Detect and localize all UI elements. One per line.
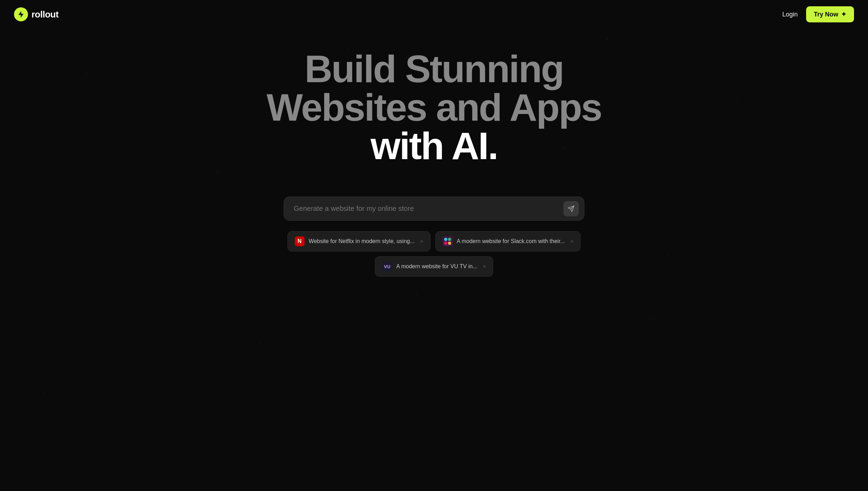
slack-colors bbox=[444, 238, 451, 245]
slack-color-2 bbox=[448, 238, 451, 241]
netflix-icon: N bbox=[295, 236, 305, 246]
vu-icon: VU bbox=[382, 262, 392, 271]
login-button[interactable]: Login bbox=[782, 11, 798, 18]
send-button[interactable] bbox=[563, 201, 579, 216]
suggestion-slack[interactable]: A modern website for Slack.com with thei… bbox=[435, 231, 581, 251]
suggestions: N Website for Netflix in modern style, u… bbox=[0, 231, 868, 277]
suggestions-row-1: N Website for Netflix in modern style, u… bbox=[287, 231, 581, 251]
hero-title-line2: Websites and Apps bbox=[7, 88, 861, 127]
slack-chip-text: A modern website for Slack.com with thei… bbox=[457, 238, 565, 244]
vu-chip-text: A modern website for VU TV in... bbox=[396, 263, 477, 270]
try-now-label: Try Now bbox=[814, 11, 838, 18]
logo-text: rollout bbox=[31, 9, 58, 20]
search-input[interactable] bbox=[284, 197, 584, 221]
hero-title-line1: Build Stunning bbox=[7, 50, 861, 88]
hero-section: Build Stunning Websites and Apps with AI… bbox=[0, 29, 868, 197]
logo-icon bbox=[14, 7, 28, 21]
send-icon bbox=[568, 205, 575, 212]
search-wrapper bbox=[284, 197, 584, 221]
sparkle-icon: ✦ bbox=[841, 10, 846, 18]
navbar: rollout Login Try Now ✦ bbox=[0, 0, 868, 29]
suggestions-row-2: VU A modern website for VU TV in... > bbox=[375, 256, 493, 277]
hero-title-line3: with AI. bbox=[7, 127, 861, 165]
slack-color-1 bbox=[444, 238, 447, 241]
try-now-button[interactable]: Try Now ✦ bbox=[806, 6, 854, 22]
vu-chip-arrow: > bbox=[483, 264, 486, 269]
slack-chip-arrow: > bbox=[570, 239, 573, 244]
search-container bbox=[277, 197, 591, 221]
netflix-chip-text: Website for Netflix in modern style, usi… bbox=[309, 238, 415, 244]
suggestion-netflix[interactable]: N Website for Netflix in modern style, u… bbox=[287, 231, 431, 251]
suggestion-vu[interactable]: VU A modern website for VU TV in... > bbox=[375, 256, 493, 277]
netflix-chip-arrow: > bbox=[420, 239, 423, 244]
slack-color-4 bbox=[448, 242, 451, 245]
bolt-icon bbox=[17, 10, 25, 18]
slack-color-3 bbox=[444, 242, 447, 245]
slack-icon bbox=[443, 236, 453, 246]
logo-link[interactable]: rollout bbox=[14, 7, 58, 21]
nav-actions: Login Try Now ✦ bbox=[782, 6, 854, 22]
hero-title: Build Stunning Websites and Apps with AI… bbox=[7, 50, 861, 165]
